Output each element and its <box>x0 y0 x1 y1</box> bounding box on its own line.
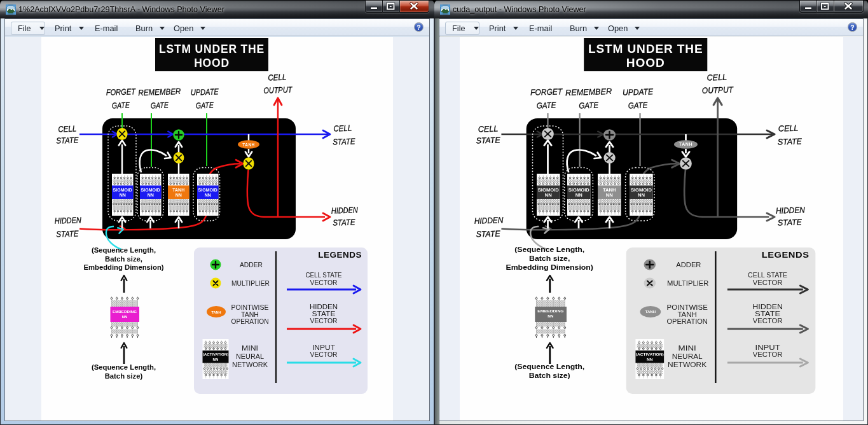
svg-text:HIDDEN: HIDDEN <box>331 205 359 215</box>
svg-text:(Sequence Length,: (Sequence Length, <box>92 363 156 371</box>
svg-text:CELL STATE: CELL STATE <box>306 271 342 279</box>
svg-text:NEURAL: NEURAL <box>236 352 264 360</box>
svg-text:MINI: MINI <box>242 344 258 352</box>
svg-text:GATE: GATE <box>196 101 214 111</box>
svg-text:Batch size): Batch size) <box>105 372 143 380</box>
svg-text:SIGMOID: SIGMOID <box>141 188 160 192</box>
svg-text:REMEMBER: REMEMBER <box>138 87 181 97</box>
svg-text:MULTIPLIER: MULTIPLIER <box>231 279 270 287</box>
svg-text:FORGET: FORGET <box>106 87 136 97</box>
svg-text:VECTOR: VECTOR <box>310 351 338 358</box>
svg-text:CELL: CELL <box>333 123 352 134</box>
svg-text:TANH: TANH <box>211 310 221 314</box>
svg-text:SIGMOID: SIGMOID <box>198 188 217 192</box>
svg-text:(Sequence Length,: (Sequence Length, <box>92 246 156 254</box>
svg-text:LSTM UNDER THE: LSTM UNDER THE <box>159 43 265 55</box>
svg-text:STATE: STATE <box>56 228 79 239</box>
svg-text:HOOD: HOOD <box>194 57 230 69</box>
svg-text:NN: NN <box>205 193 211 197</box>
svg-text:NN: NN <box>120 193 126 197</box>
svg-text:SIGMOID: SIGMOID <box>113 188 132 192</box>
svg-text:NN: NN <box>122 315 128 319</box>
svg-text:NN: NN <box>148 193 154 197</box>
svg-text:(ACTIVATION): (ACTIVATION) <box>203 352 228 356</box>
svg-text:NN: NN <box>213 357 219 361</box>
svg-text:VECTOR: VECTOR <box>310 317 338 324</box>
svg-text:VECTOR: VECTOR <box>310 279 338 286</box>
svg-text:NN: NN <box>176 193 182 197</box>
svg-text:LEGENDS: LEGENDS <box>318 250 362 260</box>
svg-text:STATE: STATE <box>56 135 79 145</box>
svg-text:ADDER: ADDER <box>240 261 263 268</box>
svg-text:TANH: TANH <box>242 143 255 147</box>
svg-text:NETWORK: NETWORK <box>232 361 268 368</box>
svg-text:Batch size,: Batch size, <box>105 255 142 263</box>
svg-text:GATE: GATE <box>112 101 130 111</box>
svg-text:GATE: GATE <box>151 101 169 111</box>
svg-text:Embedding Dimension): Embedding Dimension) <box>83 263 163 271</box>
svg-text:OPERATION: OPERATION <box>231 317 269 325</box>
svg-text:STATE: STATE <box>333 136 355 146</box>
svg-text:TANH: TANH <box>172 188 184 192</box>
svg-text:STATE: STATE <box>333 217 355 227</box>
svg-text:HIDDEN: HIDDEN <box>55 215 82 225</box>
svg-text:CELL: CELL <box>58 124 77 134</box>
svg-text:UPDATE: UPDATE <box>191 87 219 97</box>
svg-text:OUTPUT: OUTPUT <box>263 85 293 95</box>
svg-text:CELL: CELL <box>268 73 287 83</box>
svg-text:EMBEDDING: EMBEDDING <box>113 310 137 314</box>
